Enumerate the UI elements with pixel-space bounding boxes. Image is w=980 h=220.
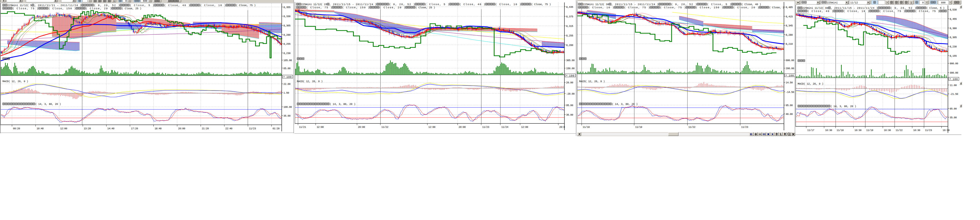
svg-text:225mini 11/12( 5: 225mini 11/12( 5 [8, 4, 32, 7]
svg-text:300.00: 300.00 [950, 71, 958, 74]
svg-text:35.00: 35.00 [283, 114, 291, 117]
svg-text:0: 0 [125, 0, 127, 2]
svg-text:11/12: 11/12 [850, 2, 858, 4]
svg-text:11/23: 11/23 [249, 127, 256, 130]
svg-text:95.00: 95.00 [566, 104, 573, 107]
svg-text:8,455: 8,455 [950, 17, 957, 21]
svg-text:11/19: 11/19 [866, 129, 873, 132]
svg-text:100: 100 [953, 78, 958, 81]
svg-text:225mini 11/12( 60: 225mini 11/12( 60 [803, 6, 828, 9]
svg-text:( Close, 5 ): ( Close, 5 ) [926, 6, 945, 9]
svg-text:35.00: 35.00 [566, 114, 573, 116]
svg-text:12:00: 12:00 [428, 126, 436, 128]
svg-text:8,305: 8,305 [283, 24, 291, 27]
svg-text:( 14, 3, 80, 20 ): ( 14, 3, 80, 20 ) [612, 103, 638, 106]
svg-text:-20.00: -20.00 [566, 92, 575, 95]
svg-text:600: 600 [941, 2, 945, 4]
svg-text:20:00: 20:00 [358, 126, 365, 128]
svg-text:150.00: 150.00 [566, 67, 575, 70]
svg-text:8,530: 8,530 [950, 8, 957, 11]
svg-text:11/18: 11/18 [583, 126, 590, 128]
svg-text:12:00: 12:00 [317, 126, 324, 128]
svg-text:8,200: 8,200 [566, 44, 573, 47]
svg-text:200.00: 200.00 [786, 67, 794, 70]
svg-text:MACD( 12, 26, 9 ): MACD( 12, 26, 9 ) [579, 80, 605, 83]
svg-text:, 2011/11/15 - 2011/11/24 ): , 2011/11/15 - 2011/11/24 ) [329, 3, 376, 6]
svg-text:11/24: 11/24 [501, 126, 508, 128]
svg-text:MACD( 12, 26, 9 ): MACD( 12, 26, 9 ) [2, 80, 28, 83]
svg-text:225mini 11/12( 15: 225mini 11/12( 15 [301, 3, 327, 6]
svg-text:( Close, 25 ): ( Close, 25 ) [122, 7, 142, 10]
svg-text:11/22: 11/22 [896, 129, 903, 132]
svg-text:900.00: 900.00 [950, 62, 958, 65]
svg-text:16:30: 16:30 [825, 129, 832, 132]
svg-text:17:20: 17:20 [131, 127, 138, 130]
svg-text:01:20: 01:20 [272, 127, 280, 130]
svg-text:8,345: 8,345 [786, 24, 793, 27]
svg-text:16:30: 16:30 [913, 129, 920, 132]
svg-text:( Close, 150 ): ( Close, 150 ) [696, 6, 723, 9]
svg-text:11/21: 11/21 [299, 126, 306, 128]
svg-text:11/23: 11/23 [741, 126, 748, 128]
svg-text:11/18: 11/18 [837, 129, 844, 132]
svg-text:100: 100 [569, 74, 574, 77]
svg-text:165.00: 165.00 [283, 59, 292, 62]
svg-text:0: 0 [922, 2, 924, 4]
svg-text:13:20: 13:20 [84, 127, 91, 130]
svg-text:12:00: 12:00 [60, 127, 67, 130]
svg-text:, 2011/11/15 - 2011/11/24 ): , 2011/11/15 - 2011/11/24 ) [831, 6, 878, 9]
svg-text:( Close, 25 ): ( Close, 25 ) [415, 6, 435, 9]
svg-text:20.00: 20.00 [566, 81, 573, 84]
svg-text:85.00: 85.00 [950, 107, 957, 110]
svg-text:20:00: 20:00 [178, 127, 185, 130]
svg-text:-21.50: -21.50 [950, 93, 958, 96]
svg-text:( Close, 75 ): ( Close, 75 ) [236, 4, 256, 7]
svg-text:8,255: 8,255 [283, 43, 291, 46]
svg-text:11/19: 11/19 [635, 126, 642, 128]
svg-text:16:30: 16:30 [854, 129, 862, 132]
svg-text:8,435: 8,435 [566, 6, 573, 9]
svg-text:( Close, 2: ( Close, 2 [769, 6, 784, 9]
svg-text:600.00: 600.00 [786, 59, 794, 62]
svg-text:65.00: 65.00 [283, 67, 291, 70]
svg-text:11/22: 11/22 [381, 126, 388, 128]
svg-text:11/23: 11/23 [925, 129, 932, 132]
svg-text:100.00: 100.00 [283, 106, 292, 109]
svg-text:16:30: 16:30 [943, 129, 950, 132]
svg-text:, 2011/11/15 - 2011/11/24 ): , 2011/11/15 - 2011/11/24 ) [611, 3, 659, 6]
svg-text:100: 100 [789, 74, 794, 77]
svg-text:( Close, 150 ): ( Close, 150 ) [48, 7, 76, 10]
svg-text:8,280: 8,280 [786, 33, 793, 36]
svg-text:, 2011/11/21 - 2011/11/24 ): , 2011/11/21 - 2011/11/24 ) [34, 4, 81, 7]
svg-text:8,330: 8,330 [283, 15, 291, 18]
svg-text:12:00: 12:00 [521, 126, 528, 128]
svg-text:-14.50: -14.50 [786, 91, 794, 93]
svg-text:14:40: 14:40 [107, 127, 115, 130]
svg-text:35.00: 35.00 [950, 116, 957, 119]
svg-text:8,210: 8,210 [786, 43, 793, 46]
svg-text:MACD( 12, 26, 9 ): MACD( 12, 26, 9 ) [297, 80, 323, 83]
svg-text:1: 1 [113, 0, 115, 2]
svg-text:100: 100 [286, 76, 291, 79]
svg-text:8,230: 8,230 [283, 52, 291, 55]
svg-text:8,315: 8,315 [566, 25, 573, 28]
svg-text:MACD( 12, 26, 9 ): MACD( 12, 26, 9 ) [798, 82, 823, 85]
svg-text:10:40: 10:40 [37, 127, 44, 130]
svg-text:22.00: 22.00 [283, 82, 291, 85]
svg-text:600: 600 [143, 0, 147, 2]
svg-text:( Close, 75 ): ( Close, 75 ) [915, 10, 939, 13]
svg-text:8,305: 8,305 [950, 36, 957, 39]
svg-text:22:40: 22:40 [226, 127, 232, 130]
svg-text:385.00: 385.00 [566, 59, 575, 62]
svg-text:8,255: 8,255 [566, 34, 573, 37]
svg-text:8,375: 8,375 [566, 15, 573, 18]
svg-text:L: L [780, 133, 781, 136]
svg-text:( 14, 3, 80, 20 ): ( 14, 3, 80, 20 ) [330, 103, 355, 106]
svg-text:14.50: 14.50 [786, 81, 793, 84]
svg-text:8,415: 8,415 [786, 15, 793, 18]
svg-text:8,155: 8,155 [950, 54, 957, 57]
svg-text:( Close, 150 ): ( Close, 150 ) [342, 6, 369, 9]
svg-text:( Close, 40 ): ( Close, 40 ) [741, 3, 761, 6]
svg-text:R: R [784, 133, 786, 136]
svg-text:D: D [776, 133, 777, 136]
